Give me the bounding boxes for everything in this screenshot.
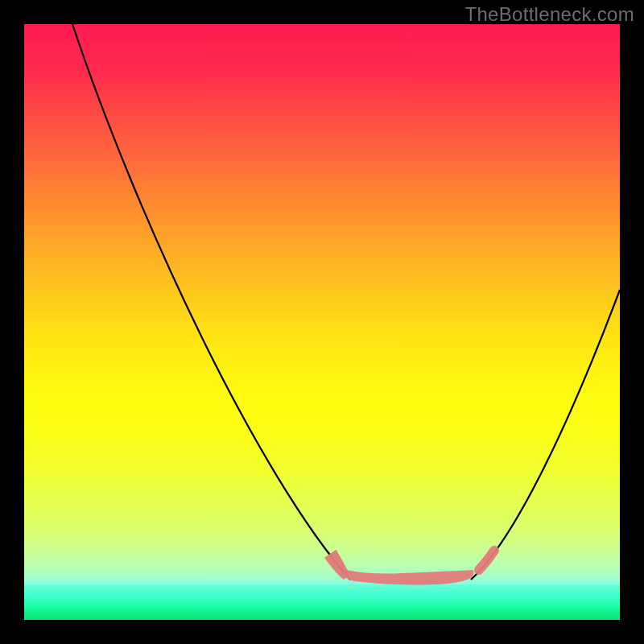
curve-layer	[24, 24, 620, 620]
highlight-trough	[342, 570, 474, 585]
chart-frame: TheBottleneck.com	[0, 0, 644, 644]
curve-right	[471, 290, 620, 580]
curve-left	[72, 24, 350, 580]
plot-area	[24, 24, 620, 620]
watermark-text: TheBottleneck.com	[464, 3, 634, 26]
highlight-right-dot	[479, 551, 494, 570]
highlight-left-dot	[330, 555, 346, 576]
